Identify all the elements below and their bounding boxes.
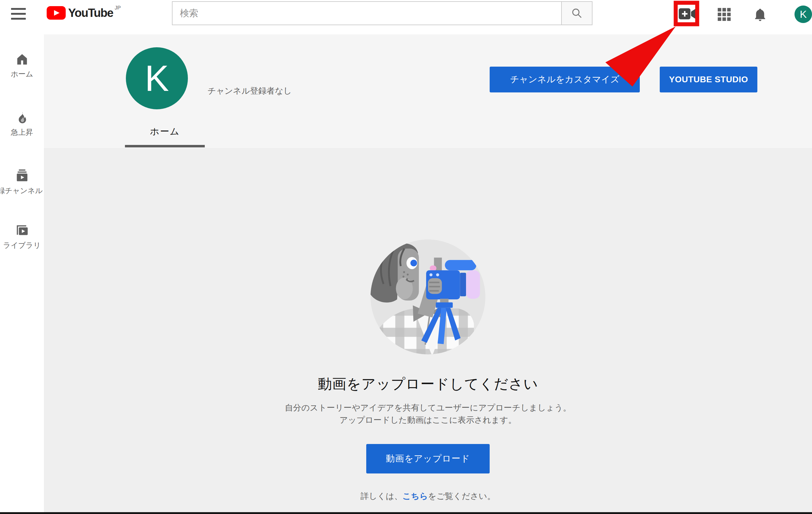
youtube-studio-button[interactable]: YOUTUBE STUDIO <box>660 67 757 92</box>
youtube-play-icon <box>47 6 66 20</box>
tab-home-active-underline <box>125 145 205 147</box>
logo-wordmark: YouTube <box>68 5 113 20</box>
upload-illustration <box>368 236 488 358</box>
create-video-icon[interactable] <box>678 7 696 20</box>
logo-region-code: JP <box>115 5 121 11</box>
channel-content: 動画をアップロードしてください 自分のストーリーやアイデアを共有してユーザーにア… <box>44 148 812 512</box>
learn-more-suffix: をご覧ください。 <box>428 492 495 501</box>
sidebar-item-label: ライブラリ <box>0 240 44 250</box>
upload-video-button[interactable]: 動画をアップロード <box>366 444 490 474</box>
library-icon <box>15 224 29 238</box>
sidebar-item-trending[interactable]: 急上昇 <box>0 111 44 137</box>
sidebar-item-label: 登録チャンネル <box>0 186 44 196</box>
subscriptions-icon <box>15 169 29 183</box>
sidebar-item-home[interactable]: ホーム <box>0 52 44 79</box>
tab-home[interactable]: ホーム <box>125 125 205 138</box>
customize-channel-button[interactable]: チャンネルをカスタマイズ <box>490 67 640 92</box>
empty-state-line1: 自分のストーリーやアイデアを共有してユーザーにアプローチしましょう。 <box>285 402 571 414</box>
youtube-logo[interactable]: YouTube JP <box>47 5 121 20</box>
menu-icon[interactable] <box>11 8 26 20</box>
learn-more-link[interactable]: こちら <box>403 492 428 501</box>
empty-state-line2: アップロードした動画はここに表示されます。 <box>340 414 517 426</box>
channel-avatar-letter: K <box>145 57 169 99</box>
search-input[interactable] <box>172 1 562 25</box>
account-avatar-letter: K <box>800 8 807 20</box>
channel-header: K チャンネル登録者なし チャンネルをカスタマイズ YOUTUBE STUDIO… <box>44 34 812 148</box>
sidebar-item-subscriptions[interactable]: 登録チャンネル <box>0 169 44 196</box>
home-icon <box>15 52 29 66</box>
search-button[interactable] <box>561 1 592 25</box>
upload-empty-state: 動画をアップロードしてください 自分のストーリーやアイデアを共有してユーザーにア… <box>44 148 812 502</box>
sidebar-item-library[interactable]: ライブラリ <box>0 224 44 250</box>
window-bottom-edge <box>0 512 812 514</box>
channel-avatar: K <box>126 47 188 109</box>
mini-guide: ホーム 急上昇 登録チャンネル ライブラリ <box>0 34 44 512</box>
apps-grid-icon[interactable] <box>717 7 731 22</box>
trending-icon <box>15 111 29 125</box>
empty-state-title: 動画をアップロードしてください <box>318 375 538 394</box>
sidebar-item-label: 急上昇 <box>0 127 44 137</box>
notifications-bell-icon[interactable] <box>753 7 767 23</box>
learn-more-text: 詳しくは、こちらをご覧ください。 <box>360 491 495 502</box>
illustration-video-camera <box>426 258 480 299</box>
subscriber-count: チャンネル登録者なし <box>207 85 292 96</box>
masthead: YouTube JP K <box>0 0 812 34</box>
search-icon <box>571 7 583 19</box>
learn-more-prefix: 詳しくは、 <box>360 492 403 501</box>
sidebar-item-label: ホーム <box>0 69 44 79</box>
account-avatar[interactable]: K <box>794 5 812 23</box>
